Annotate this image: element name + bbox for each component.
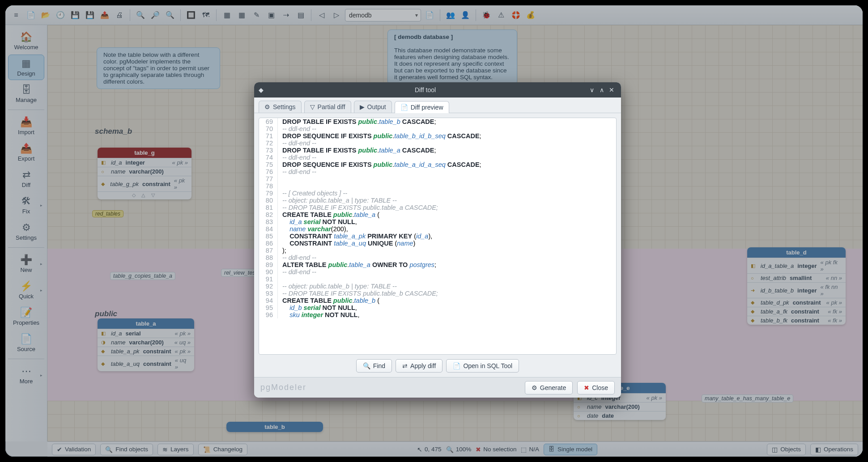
preview-icon: 📄 [400, 104, 408, 111]
code-line: 71DROP SEQUENCE IF EXISTS public.table_b… [259, 132, 616, 140]
code-line: 78 [259, 182, 616, 190]
apply-diff-button[interactable]: ⇄Apply diff [396, 359, 443, 373]
code-line: 87); [259, 247, 616, 254]
code-line: 89ALTER TABLE public.table_a OWNER TO po… [259, 261, 616, 268]
app-icon: ◆ [259, 86, 264, 93]
code-line: 86 CONSTRAINT table_a_uq UNIQUE (name) [259, 240, 616, 247]
close-button[interactable]: ✖Close [577, 381, 615, 394]
code-line: 79-- [ Created objects ] -- [259, 190, 616, 197]
code-line: 93-- DROP TABLE IF EXISTS public.table_b… [259, 290, 616, 297]
code-line: 80-- object: public.table_a | type: TABL… [259, 197, 616, 204]
dialog-footer: pgModeler ⚙Generate ✖Close [254, 377, 621, 398]
apply-icon: ⇄ [402, 362, 408, 369]
code-line: 88-- ddl-end -- [259, 254, 616, 261]
output-icon: ▶ [360, 103, 365, 110]
diff-dialog: ◆ Diff tool ∨ ∧ ✕ ⚙Settings ▽Partial dif… [254, 82, 621, 398]
code-line: 73DROP TABLE IF EXISTS public.table_a CA… [259, 147, 616, 154]
code-line: 69DROP TABLE IF EXISTS public.table_b CA… [259, 118, 616, 125]
code-line: 84 name varchar(200), [259, 225, 616, 233]
tab-settings[interactable]: ⚙Settings [259, 101, 302, 113]
code-line: 81-- DROP TABLE IF EXISTS public.table_a… [259, 204, 616, 211]
maximize-icon[interactable]: ∧ [597, 86, 607, 93]
code-line: 72-- ddl-end -- [259, 140, 616, 147]
generate-button[interactable]: ⚙Generate [525, 381, 573, 394]
dialog-actions: 🔍Find ⇄Apply diff 📄Open in SQL Tool [254, 359, 621, 377]
sql-icon: 📄 [453, 362, 460, 369]
dialog-title: Diff tool [264, 86, 587, 93]
close-icon: ✖ [584, 384, 589, 391]
code-line: 96 sku integer NOT NULL, [259, 311, 616, 318]
close-icon[interactable]: ✕ [607, 86, 617, 93]
dialog-tabs: ⚙Settings ▽Partial diff ▶Output 📄Diff pr… [254, 97, 621, 113]
code-line: 70-- ddl-end -- [259, 125, 616, 132]
app-root: ≡ 📄 📂 🕘 💾 💾 📤 🖨 🔍 🔎 🔍 🔲 🗺 ▦ ▦ ✎ ▣ ⇢ ▤ ◁ … [5, 5, 863, 457]
code-line: 74-- ddl-end -- [259, 154, 616, 161]
code-line: 83 id_a serial NOT NULL, [259, 218, 616, 225]
code-line: 85 CONSTRAINT table_a_pk PRIMARY KEY (id… [259, 233, 616, 240]
code-line: 82CREATE TABLE public.table_a ( [259, 211, 616, 218]
code-line: 76-- ddl-end -- [259, 168, 616, 175]
brand-label: pgModeler [260, 383, 306, 392]
code-line: 75DROP SEQUENCE IF EXISTS public.table_a… [259, 161, 616, 168]
code-line: 77 [259, 175, 616, 182]
code-preview[interactable]: 69DROP TABLE IF EXISTS public.table_b CA… [259, 118, 617, 355]
search-icon: 🔍 [363, 362, 370, 369]
filter-icon: ▽ [310, 103, 315, 110]
find-button[interactable]: 🔍Find [356, 359, 392, 373]
dialog-titlebar[interactable]: ◆ Diff tool ∨ ∧ ✕ [254, 82, 621, 97]
sliders-icon: ⚙ [264, 103, 270, 110]
tab-partial-diff[interactable]: ▽Partial diff [304, 101, 351, 113]
code-line: 95 id_b serial NOT NULL, [259, 304, 616, 311]
tab-output[interactable]: ▶Output [354, 101, 392, 113]
minimize-icon[interactable]: ∨ [587, 86, 597, 93]
tab-diff-preview[interactable]: 📄Diff preview [395, 101, 449, 113]
open-sql-button[interactable]: 📄Open in SQL Tool [446, 359, 519, 373]
code-line: 94CREATE TABLE public.table_b ( [259, 297, 616, 304]
gear-icon: ⚙ [532, 384, 537, 391]
code-line: 91 [259, 276, 616, 283]
code-line: 92-- object: public.table_b | type: TABL… [259, 283, 616, 290]
code-line: 90-- ddl-end -- [259, 268, 616, 276]
